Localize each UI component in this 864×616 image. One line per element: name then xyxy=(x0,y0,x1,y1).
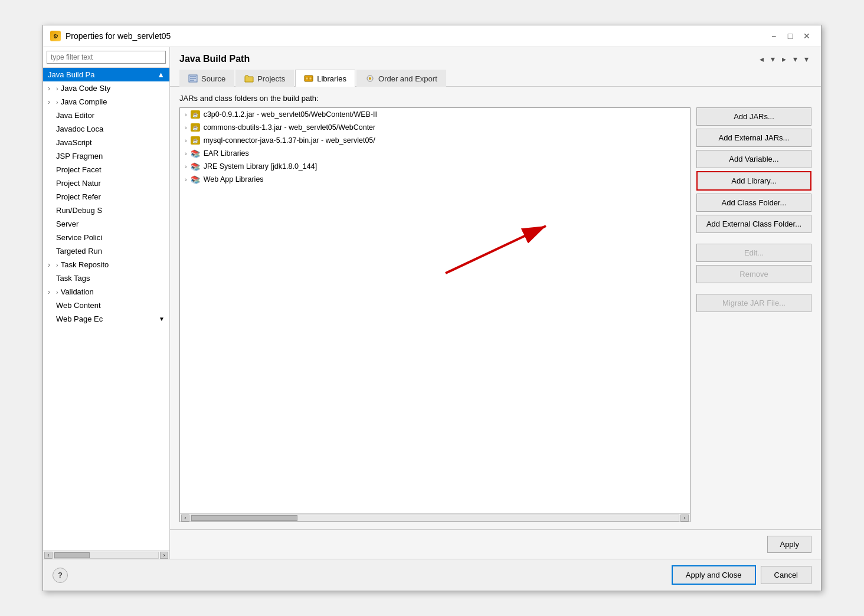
sidebar-item-run-debug[interactable]: Run/Debug S xyxy=(43,204,169,217)
cancel-button[interactable]: Cancel xyxy=(761,566,811,584)
tab-order-export-label: Order and Export xyxy=(378,74,437,83)
tab-libraries-label: Libraries xyxy=(317,74,346,83)
expand-icon: › xyxy=(56,261,58,268)
sidebar-item-web-content[interactable]: Web Content xyxy=(43,299,169,312)
filter-input[interactable] xyxy=(47,51,166,64)
scroll-left-arrow[interactable]: ‹ xyxy=(44,552,53,559)
sidebar-item-jsp-fragment[interactable]: JSP Fragmen xyxy=(43,149,169,163)
scroll-right-arrow[interactable]: › xyxy=(160,552,168,559)
lib-folder-icon-jre: 📚 xyxy=(191,162,200,171)
lib-expand-icon[interactable]: › xyxy=(185,124,187,131)
lib-expand-icon[interactable]: › xyxy=(185,176,187,183)
lib-item-web-app[interactable]: › 📚 Web App Libraries xyxy=(180,173,690,186)
lib-item-ear[interactable]: › 📚 EAR Libraries xyxy=(180,147,690,160)
spacer-2 xyxy=(696,286,811,291)
sidebar-item-java-editor[interactable]: Java Editor xyxy=(43,109,169,122)
dialog-title: Properties for web_servlet05 xyxy=(66,31,171,41)
sidebar-item-label: Java Compile xyxy=(61,97,107,106)
sidebar-item-label: Server xyxy=(48,219,78,228)
add-jars-button[interactable]: Add JARs... xyxy=(696,107,811,126)
lib-expand-icon[interactable]: › xyxy=(185,163,187,170)
expand-icon: › xyxy=(56,99,58,106)
main-panel: JARs and class folders on the build path… xyxy=(170,87,821,529)
sidebar-item-task-tags[interactable]: Task Tags xyxy=(43,271,169,285)
sidebar-item-label: Run/Debug S xyxy=(48,206,102,215)
svg-rect-5 xyxy=(306,77,308,80)
lib-label-commons: commons-dbutils-1.3.jar - web_servlet05/… xyxy=(204,123,376,132)
maximize-button[interactable]: □ xyxy=(783,30,797,42)
scroll-track[interactable] xyxy=(54,552,159,559)
libraries-tab-icon xyxy=(304,74,313,83)
sidebar-item-project-facet[interactable]: Project Facet xyxy=(43,163,169,176)
nav-buttons: ◂ ▾ ▸ ▾ ▾ xyxy=(757,53,811,65)
apply-close-button[interactable]: Apply and Close xyxy=(672,565,756,585)
add-external-jars-button[interactable]: Add External JARs... xyxy=(696,129,811,147)
scroll-thumb xyxy=(54,552,90,558)
lib-expand-icon[interactable]: › xyxy=(185,150,187,157)
selected-icon: ▲ xyxy=(157,70,165,79)
remove-button[interactable]: Remove xyxy=(696,265,811,283)
nav-more-button[interactable]: ▾ xyxy=(801,53,811,65)
sidebar-horizontal-scrollbar[interactable]: ‹ › xyxy=(43,551,169,559)
scroll-left-arrow[interactable]: ‹ xyxy=(181,515,189,522)
sidebar-item-label: Java Editor xyxy=(48,111,94,120)
lib-label-ear: EAR Libraries xyxy=(204,149,249,158)
migrate-jar-button[interactable]: Migrate JAR File... xyxy=(696,294,811,312)
add-external-class-folder-button[interactable]: Add External Class Folder... xyxy=(696,215,811,233)
tab-source-label: Source xyxy=(201,74,225,83)
scroll-track[interactable] xyxy=(191,515,679,522)
minimize-button[interactable]: − xyxy=(767,30,781,42)
nav-forward-dropdown-button[interactable]: ▾ xyxy=(790,53,800,65)
lib-folder-icon-ear: 📚 xyxy=(191,149,200,158)
nav-forward-button[interactable]: ▸ xyxy=(779,53,789,65)
sidebar-item-java-build-path[interactable]: Java Build Pa ▲ xyxy=(43,68,169,81)
sidebar-item-web-page-ec[interactable]: Web Page Ec ▼ xyxy=(43,312,169,326)
apply-button[interactable]: Apply xyxy=(767,536,811,553)
content-title: Java Build Path xyxy=(179,54,250,64)
sidebar-item-targeted-runtimes[interactable]: Targeted Run xyxy=(43,244,169,258)
projects-tab-icon xyxy=(244,74,254,83)
lib-item-commons-dbutils[interactable]: › ☕ commons-dbutils-1.3.jar - web_servle… xyxy=(180,121,690,134)
add-variable-button[interactable]: Add Variable... xyxy=(696,150,811,168)
scroll-right-arrow[interactable]: › xyxy=(680,515,689,522)
add-library-button[interactable]: Add Library... xyxy=(696,171,811,191)
scroll-thumb xyxy=(191,515,297,521)
nav-back-button[interactable]: ◂ xyxy=(757,53,767,65)
tabs-bar: Source Projects Libraries xyxy=(170,70,821,87)
edit-button[interactable]: Edit... xyxy=(696,244,811,262)
sidebar-item-service-policies[interactable]: Service Polici xyxy=(43,231,169,244)
sidebar-item-java-compiler[interactable]: › Java Compile xyxy=(43,95,169,109)
help-button[interactable]: ? xyxy=(53,568,68,583)
panel-description: JARs and class folders on the build path… xyxy=(179,94,811,103)
lib-expand-icon[interactable]: › xyxy=(185,111,187,118)
lib-folder-icon-webapp: 📚 xyxy=(191,175,200,184)
add-class-folder-button[interactable]: Add Class Folder... xyxy=(696,194,811,212)
tab-libraries[interactable]: Libraries xyxy=(295,70,355,87)
tab-projects[interactable]: Projects xyxy=(235,70,294,87)
sidebar-item-label: Java Build Pa xyxy=(48,70,95,79)
jar-icon-c3p0: ☕ xyxy=(191,110,200,119)
sidebar-item-label: Java Code Sty xyxy=(61,84,111,93)
lib-item-c3p0[interactable]: › ☕ c3p0-0.9.1.2.jar - web_servlet05/Web… xyxy=(180,108,690,121)
nav-back-dropdown-button[interactable]: ▾ xyxy=(768,53,778,65)
sidebar-item-label: Project Refer xyxy=(48,192,101,201)
title-controls: − □ ✕ xyxy=(767,30,814,42)
action-buttons: Add JARs... Add External JARs... Add Var… xyxy=(696,107,811,522)
sidebar-item-java-code-style[interactable]: › Java Code Sty xyxy=(43,81,169,95)
library-horizontal-scrollbar[interactable]: ‹ › xyxy=(180,513,690,522)
tab-source[interactable]: Source xyxy=(179,70,234,87)
tab-order-export[interactable]: Order and Export xyxy=(356,70,446,87)
sidebar-item-server[interactable]: Server xyxy=(43,217,169,231)
lib-expand-icon[interactable]: › xyxy=(185,137,187,144)
sidebar-item-javadoc[interactable]: Javadoc Loca xyxy=(43,122,169,136)
properties-dialog: ⚙ Properties for web_servlet05 − □ ✕ Jav… xyxy=(42,25,822,591)
tab-projects-label: Projects xyxy=(257,74,285,83)
close-button[interactable]: ✕ xyxy=(800,30,814,42)
sidebar-item-javascript[interactable]: JavaScript xyxy=(43,136,169,149)
lib-item-mysql[interactable]: › ☕ mysql-connector-java-5.1.37-bin.jar … xyxy=(180,134,690,147)
lib-item-jre[interactable]: › 📚 JRE System Library [jdk1.8.0_144] xyxy=(180,160,690,173)
sidebar-item-project-nature[interactable]: Project Natur xyxy=(43,176,169,190)
sidebar-item-project-references[interactable]: Project Refer xyxy=(43,190,169,204)
sidebar-item-task-repositories[interactable]: › Task Reposito xyxy=(43,258,169,271)
sidebar-item-validation[interactable]: › Validation xyxy=(43,285,169,299)
